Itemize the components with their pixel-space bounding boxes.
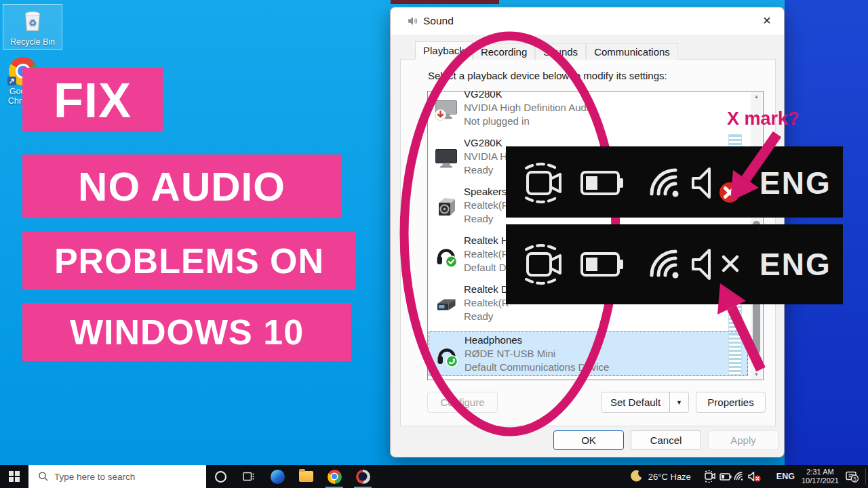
tray-status-icons[interactable]	[704, 468, 766, 485]
tab-playback[interactable]: Playback	[415, 41, 473, 60]
speaker-muted-icon	[693, 169, 740, 203]
weather-text: 26°C Haze	[648, 472, 691, 482]
x-mark-annotation: X mark?	[727, 108, 800, 129]
wifi-icon	[652, 251, 679, 279]
close-button[interactable]: ✕	[758, 13, 776, 29]
chrome-icon	[328, 470, 342, 484]
task-view-icon	[243, 470, 255, 483]
device-driver: Realtek(R	[464, 199, 509, 212]
wifi-icon	[734, 472, 743, 481]
device-driver: NVIDIA H	[464, 150, 507, 163]
thumbnail-title-problems-on: PROBLEMS ON	[22, 232, 356, 290]
set-default-button[interactable]: Set Default	[601, 392, 670, 413]
clock-date: 10/17/2021	[802, 476, 839, 485]
dark-app-icon	[356, 470, 370, 484]
device-name: Headphones	[465, 333, 609, 347]
weather-button[interactable]: 26°C Haze	[629, 469, 698, 484]
recycle-bin-icon: ♻	[20, 7, 45, 34]
app-taskbar-button[interactable]	[349, 465, 377, 488]
digital-output-icon	[434, 292, 458, 317]
speaker-muted-icon	[693, 250, 737, 279]
volume-meter	[728, 333, 742, 375]
clock[interactable]: 2:31 AM 10/17/2021	[802, 468, 839, 485]
svg-text:♻: ♻	[28, 18, 37, 28]
thumbnail-title-windows-10: WINDOWS 10	[22, 303, 351, 361]
device-name: Speakers	[464, 185, 509, 199]
monitor-muted-icon	[434, 97, 458, 121]
tab-recording[interactable]: Recording	[473, 43, 535, 60]
moon-icon	[629, 469, 644, 484]
show-desktop-edge[interactable]	[865, 468, 866, 485]
device-status: Not plugged in	[464, 115, 595, 128]
camera-icon	[526, 164, 560, 202]
shortcut-arrow-icon	[7, 77, 16, 85]
device-name: VG280K	[464, 136, 507, 150]
battery-icon	[582, 253, 623, 275]
camera-icon	[526, 245, 560, 283]
headphones-default-icon	[434, 243, 458, 268]
taskbar-search[interactable]	[28, 465, 206, 488]
headset-communications-icon	[435, 343, 459, 367]
device-status: Default Communications Device	[465, 361, 609, 374]
windows-logo-icon	[9, 471, 20, 482]
playback-heading: Select a playback device below to modify…	[428, 70, 667, 81]
language-indicator: ENG	[760, 247, 831, 282]
cortana-button[interactable]	[206, 465, 235, 488]
taskbar: 26°C Haze	[0, 465, 868, 488]
tab-sounds[interactable]: Sounds	[535, 43, 586, 60]
scroll-down-icon[interactable]: ▼	[751, 371, 762, 378]
file-explorer-button[interactable]	[292, 465, 320, 488]
search-input[interactable]	[54, 472, 183, 482]
thumbnail-title-fix: FIX	[22, 68, 163, 132]
chrome-taskbar-button[interactable]	[320, 465, 349, 488]
device-driver: Realtek(R	[464, 247, 509, 261]
cortana-icon	[215, 471, 226, 483]
edge-button[interactable]	[263, 465, 292, 488]
search-icon	[38, 471, 49, 482]
clock-time: 2:31 AM	[802, 468, 839, 476]
device-status: Ready	[464, 163, 507, 177]
screen: ♻ Recycle Bin Google Chrome FIX NO AUDIO…	[0, 0, 868, 488]
wifi-icon	[652, 170, 679, 197]
edge-icon	[271, 470, 285, 484]
device-status: Ready	[464, 212, 509, 226]
notification-icon: 5	[846, 470, 859, 483]
desktop-icon-recycle-bin[interactable]: ♻ Recycle Bin	[3, 4, 62, 50]
device-row-headphones-selected[interactable]: Headphones RØDE NT-USB Mini Default Comm…	[429, 331, 748, 376]
device-driver: RØDE NT-USB Mini	[465, 347, 609, 361]
battery-icon	[720, 474, 732, 480]
cancel-button[interactable]: Cancel	[631, 430, 701, 450]
device-driver: NVIDIA High Definition Audio	[464, 101, 595, 115]
system-tray: 26°C Haze	[629, 465, 868, 488]
device-driver: Realtek(R	[464, 296, 509, 310]
device-name: Realtek H	[464, 234, 509, 247]
tab-communications[interactable]: Communications	[586, 43, 678, 60]
tabstrip: Playback Recording Sounds Communications	[415, 41, 678, 60]
configure-button[interactable]: Configure	[427, 392, 498, 413]
properties-button[interactable]: Properties	[696, 392, 766, 413]
thumbnail-title-no-audio: NO AUDIO	[22, 155, 341, 218]
task-view-button[interactable]	[235, 465, 263, 488]
scroll-up-icon[interactable]: ▲	[751, 94, 762, 100]
file-explorer-icon	[299, 471, 313, 482]
speaker-muted-icon	[749, 472, 761, 482]
start-button[interactable]	[0, 465, 28, 488]
recycle-bin-label: Recycle Bin	[3, 37, 62, 47]
set-default-dropdown[interactable]: ▼	[669, 392, 689, 413]
device-row-vg280k-unplugged[interactable]: VG280K NVIDIA High Definition Audio Not …	[429, 91, 748, 135]
language-indicator[interactable]: ENG	[776, 472, 795, 481]
notification-badge: 5	[853, 476, 856, 482]
speakers-icon	[434, 195, 458, 219]
device-status: Ready	[464, 310, 509, 323]
camera-icon	[705, 471, 715, 483]
speaker-icon	[407, 16, 418, 26]
dialog-title: Sound	[423, 7, 454, 35]
device-name: Realtek D	[464, 283, 509, 296]
apply-button[interactable]: Apply	[708, 430, 778, 450]
language-indicator: ENG	[760, 165, 831, 201]
top-maroon-strip	[391, 0, 499, 4]
battery-icon	[582, 172, 623, 194]
ok-button[interactable]: OK	[553, 430, 624, 450]
action-center-button[interactable]: 5	[846, 470, 859, 483]
dialog-titlebar: Sound ✕	[391, 7, 784, 35]
